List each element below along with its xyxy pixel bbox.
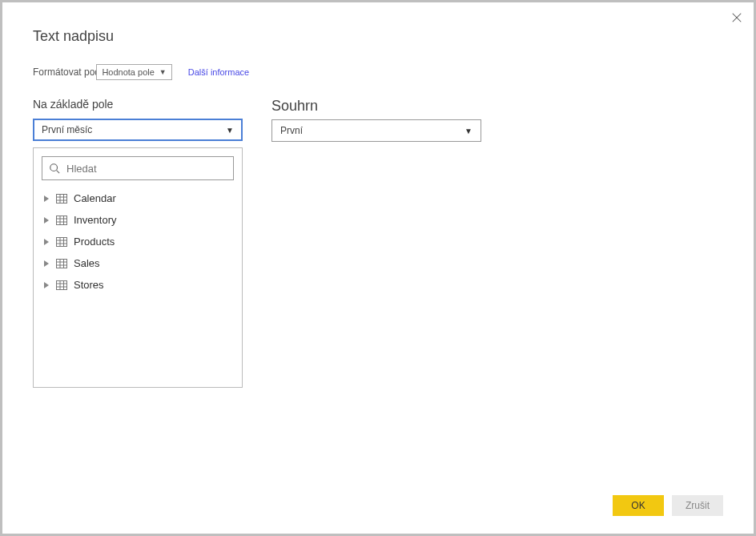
tree-item-label: Calendar: [74, 192, 116, 204]
svg-rect-5: [57, 194, 67, 203]
search-box[interactable]: [42, 156, 234, 180]
tree-item-sales[interactable]: Sales: [42, 253, 234, 273]
svg-marker-16: [44, 239, 49, 245]
svg-marker-10: [44, 217, 49, 224]
table-icon: [56, 194, 67, 204]
tree-item-label: Stores: [74, 279, 104, 291]
dialog-footer: OK Zrušit: [613, 495, 723, 516]
dialog: Text nadpisu Formátovat podle Hodnota po…: [2, 2, 754, 534]
expand-icon: [43, 195, 50, 202]
summary-dropdown[interactable]: První ▼: [271, 119, 481, 142]
expand-icon: [43, 217, 50, 224]
summary-value: První: [280, 125, 303, 136]
columns: Na základě pole První měsíc ▼: [33, 98, 723, 388]
svg-rect-29: [57, 280, 67, 289]
caret-down-icon: ▼: [464, 127, 472, 135]
summary-label: Souhrn: [271, 98, 481, 115]
expand-icon: [43, 282, 50, 288]
format-select-value: Hodnota pole: [102, 67, 154, 77]
search-input[interactable]: [66, 163, 227, 175]
more-info-link[interactable]: Další informace: [188, 67, 249, 77]
tree-item-inventory[interactable]: Inventory: [42, 210, 234, 230]
tree-item-label: Inventory: [74, 214, 116, 226]
svg-marker-28: [44, 282, 49, 288]
table-icon: [56, 259, 67, 268]
svg-line-3: [57, 171, 60, 174]
svg-rect-17: [57, 237, 67, 246]
table-tree: Calendar Inventory: [42, 188, 234, 295]
svg-marker-22: [44, 260, 49, 267]
format-row: Formátovat podle Hodnota pole ▼ Další in…: [33, 64, 723, 80]
field-basis-dropdown[interactable]: První měsíc ▼: [33, 119, 243, 141]
caret-down-icon: ▼: [159, 68, 167, 76]
field-basis-value: První měsíc: [42, 124, 92, 135]
field-basis-column: Na základě pole První měsíc ▼: [33, 98, 243, 388]
tree-item-products[interactable]: Products: [42, 232, 234, 252]
expand-icon: [43, 239, 50, 245]
search-icon: [49, 163, 60, 174]
close-icon: [731, 12, 742, 23]
tree-item-calendar[interactable]: Calendar: [42, 188, 234, 208]
ok-button[interactable]: OK: [613, 495, 664, 516]
table-icon: [56, 216, 67, 225]
svg-marker-4: [44, 195, 49, 202]
tree-item-stores[interactable]: Stores: [42, 275, 234, 295]
tree-item-label: Products: [74, 236, 115, 248]
summary-column: Souhrn První ▼: [271, 98, 481, 388]
field-picker-popup: Calendar Inventory: [33, 147, 243, 388]
caret-down-icon: ▼: [226, 126, 234, 135]
expand-icon: [43, 260, 50, 267]
close-button[interactable]: [730, 10, 744, 25]
svg-rect-23: [57, 259, 67, 268]
svg-point-2: [50, 164, 58, 171]
table-icon: [56, 237, 67, 247]
cancel-button[interactable]: Zrušit: [672, 495, 723, 516]
svg-rect-11: [57, 216, 67, 224]
table-icon: [56, 280, 67, 290]
field-basis-label: Na základě pole: [33, 98, 243, 111]
tree-item-label: Sales: [74, 257, 100, 269]
dialog-title: Text nadpisu: [33, 28, 723, 45]
format-select[interactable]: Hodnota pole ▼: [96, 64, 171, 80]
